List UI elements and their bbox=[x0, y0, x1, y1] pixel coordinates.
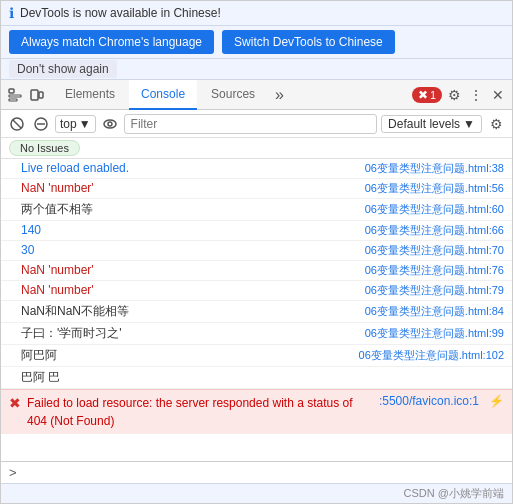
log-entry: 两个值不相等06变量类型注意问题.html:60 bbox=[1, 199, 512, 221]
context-chevron-icon: ▼ bbox=[79, 117, 91, 131]
log-entry-source[interactable]: 06变量类型注意问题.html:79 bbox=[365, 283, 504, 298]
log-entry: NaN 'number'06变量类型注意问题.html:56 bbox=[1, 179, 512, 199]
device-toolbar-icon[interactable] bbox=[27, 85, 47, 105]
svg-line-6 bbox=[13, 120, 21, 128]
footer-text: CSDN @小姚学前端 bbox=[404, 487, 504, 499]
prompt-icon: > bbox=[9, 465, 17, 480]
log-entry-source[interactable]: 06变量类型注意问题.html:70 bbox=[365, 243, 504, 258]
log-entry-source[interactable]: 06变量类型注意问题.html:56 bbox=[365, 181, 504, 196]
more-options-icon[interactable]: ⋮ bbox=[466, 85, 486, 105]
svg-rect-3 bbox=[31, 90, 38, 100]
log-entry-text: 30 bbox=[21, 243, 357, 257]
settings-icon[interactable]: ⚙ bbox=[444, 85, 464, 105]
log-entry-source[interactable]: 06变量类型注意问题.html:66 bbox=[365, 223, 504, 238]
tab-bar: Elements Console Sources » ✖ 1 ⚙ ⋮ ✕ bbox=[1, 80, 512, 110]
log-entry: 子曰：'学而时习之'06变量类型注意问题.html:99 bbox=[1, 323, 512, 345]
log-entry: 14006变量类型注意问题.html:66 bbox=[1, 221, 512, 241]
console-settings-icon[interactable]: ⚙ bbox=[486, 114, 506, 134]
switch-chinese-button[interactable]: Switch DevTools to Chinese bbox=[222, 30, 395, 54]
default-levels-label: Default levels bbox=[388, 117, 460, 131]
eye-icon[interactable] bbox=[100, 114, 120, 134]
log-entry-text: 140 bbox=[21, 223, 357, 237]
match-language-button[interactable]: Always match Chrome's language bbox=[9, 30, 214, 54]
log-entry-text: 两个值不相等 bbox=[21, 201, 357, 218]
svg-rect-0 bbox=[9, 89, 14, 93]
dont-show-bar: Don't show again bbox=[1, 59, 512, 80]
tab-sources[interactable]: Sources bbox=[199, 80, 267, 110]
svg-rect-1 bbox=[9, 95, 21, 97]
log-entry-text: 阿巴阿 bbox=[21, 347, 351, 364]
error-badge[interactable]: ✖ 1 bbox=[412, 87, 442, 103]
filter-input[interactable] bbox=[124, 114, 377, 134]
no-issues-badge[interactable]: No Issues bbox=[9, 140, 80, 156]
console-input-bar[interactable]: > bbox=[1, 461, 512, 483]
log-entry: 3006变量类型注意问题.html:70 bbox=[1, 241, 512, 261]
log-entry-source[interactable]: 06变量类型注意问题.html:76 bbox=[365, 263, 504, 278]
error-message-text: Failed to load resource: the server resp… bbox=[27, 394, 373, 430]
log-entry-source[interactable]: 06变量类型注意问题.html:99 bbox=[365, 326, 504, 341]
console-log[interactable]: Live reload enabled.06变量类型注意问题.html:38Na… bbox=[1, 159, 512, 461]
footer-watermark: CSDN @小姚学前端 bbox=[1, 483, 512, 503]
close-devtools-icon[interactable]: ✕ bbox=[488, 85, 508, 105]
more-tabs-button[interactable]: » bbox=[269, 80, 290, 110]
error-x-icon: ✖ bbox=[418, 88, 428, 102]
log-entry: 阿巴阿06变量类型注意问题.html:102 bbox=[1, 345, 512, 367]
log-entry-text: NaN 'number' bbox=[21, 181, 357, 195]
info-icon: ℹ bbox=[9, 5, 14, 21]
log-entry: NaN 'number'06变量类型注意问题.html:76 bbox=[1, 261, 512, 281]
console-toolbar: top ▼ Default levels ▼ ⚙ bbox=[1, 110, 512, 138]
devtools-panel: ℹ DevTools is now available in Chinese! … bbox=[1, 1, 512, 503]
log-entry-text: NaN 'number' bbox=[21, 283, 357, 297]
log-entry-source[interactable]: 06变量类型注意问题.html:60 bbox=[365, 202, 504, 217]
default-levels-selector[interactable]: Default levels ▼ bbox=[381, 115, 482, 133]
log-entry-source[interactable]: 06变量类型注意问题.html:102 bbox=[359, 348, 504, 363]
error-entry: ✖ Failed to load resource: the server re… bbox=[1, 389, 512, 434]
info-text: DevTools is now available in Chinese! bbox=[20, 6, 221, 20]
tab-bar-right: ✖ 1 ⚙ ⋮ ✕ bbox=[412, 85, 508, 105]
tab-bar-icons bbox=[5, 85, 47, 105]
levels-chevron-icon: ▼ bbox=[463, 117, 475, 131]
log-entry: NaN 'number'06变量类型注意问题.html:79 bbox=[1, 281, 512, 301]
no-issues-bar: No Issues bbox=[1, 138, 512, 159]
error-count: 1 bbox=[430, 89, 436, 101]
log-entry: 巴阿 巴 bbox=[1, 367, 512, 389]
inspect-element-icon[interactable] bbox=[5, 85, 25, 105]
log-entry-source[interactable]: 06变量类型注意问题.html:84 bbox=[365, 304, 504, 319]
log-entry: Live reload enabled.06变量类型注意问题.html:38 bbox=[1, 159, 512, 179]
error-extra-icon[interactable]: ⚡ bbox=[489, 394, 504, 408]
dont-show-link[interactable]: Don't show again bbox=[9, 60, 117, 78]
tab-console[interactable]: Console bbox=[129, 80, 197, 110]
console-input[interactable] bbox=[21, 466, 504, 480]
error-source-link[interactable]: :5500/favicon.ico:1 bbox=[379, 394, 479, 408]
log-entry-source[interactable]: 06变量类型注意问题.html:38 bbox=[365, 161, 504, 176]
info-bar: ℹ DevTools is now available in Chinese! bbox=[1, 1, 512, 26]
clear-console-icon[interactable] bbox=[7, 114, 27, 134]
log-entry-text: NaN和NaN不能相等 bbox=[21, 303, 357, 320]
context-label: top bbox=[60, 117, 77, 131]
context-selector[interactable]: top ▼ bbox=[55, 115, 96, 133]
tab-elements[interactable]: Elements bbox=[53, 80, 127, 110]
svg-point-10 bbox=[108, 122, 112, 126]
log-entry-text: NaN 'number' bbox=[21, 263, 357, 277]
log-entry-text: Live reload enabled. bbox=[21, 161, 357, 175]
svg-rect-4 bbox=[39, 92, 43, 98]
error-circle-icon: ✖ bbox=[9, 395, 21, 411]
button-bar: Always match Chrome's language Switch De… bbox=[1, 26, 512, 59]
log-entry-text: 巴阿 巴 bbox=[21, 369, 504, 386]
log-entry: NaN和NaN不能相等06变量类型注意问题.html:84 bbox=[1, 301, 512, 323]
svg-rect-2 bbox=[9, 99, 17, 101]
log-entry-text: 子曰：'学而时习之' bbox=[21, 325, 357, 342]
svg-point-9 bbox=[104, 120, 116, 128]
block-icon[interactable] bbox=[31, 114, 51, 134]
